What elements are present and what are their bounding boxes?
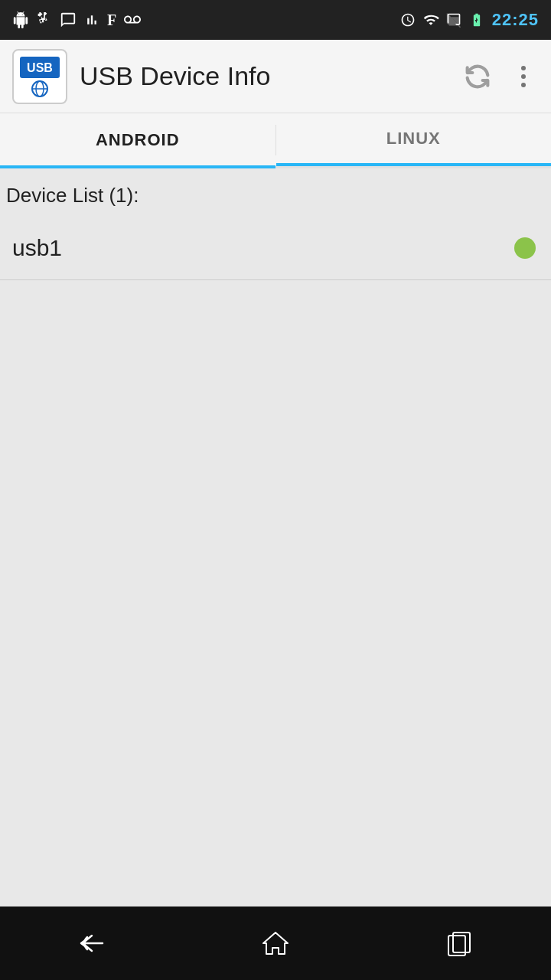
message-status-icon (60, 11, 77, 28)
nav-bar (0, 906, 551, 980)
font-status-icon: F (107, 11, 116, 29)
battery-status-icon (468, 12, 486, 28)
status-bar-left: F (12, 11, 141, 29)
tab-linux[interactable]: LINUX (276, 113, 552, 166)
app-bar-actions (459, 58, 539, 95)
device-list-header: Device List (1): (0, 168, 551, 217)
app-bar: USB USB Device Info (0, 40, 551, 113)
tab-android[interactable]: ANDROID (0, 113, 276, 166)
device-status-indicator (514, 237, 536, 259)
android-status-icon (12, 11, 29, 28)
tabs-container: ANDROID LINUX (0, 113, 551, 168)
more-options-button[interactable] (508, 58, 539, 95)
status-bar-right: 22:25 (400, 10, 539, 30)
status-time: 22:25 (492, 10, 539, 30)
back-button[interactable] (61, 920, 122, 966)
refresh-button[interactable] (459, 58, 496, 95)
three-dots-icon (521, 66, 526, 87)
alarm-status-icon (400, 12, 416, 28)
wifi-status-icon (422, 12, 440, 28)
stats-status-icon (84, 12, 99, 28)
app-logo: USB (12, 49, 67, 104)
voicemail-status-icon (124, 11, 141, 28)
usb-status-icon (37, 12, 52, 28)
content-area: Device List (1): usb1 (0, 168, 551, 906)
signal-status-icon (446, 12, 461, 28)
status-bar: F (0, 0, 551, 40)
device-list-item[interactable]: usb1 (0, 217, 551, 280)
svg-text:USB: USB (27, 61, 53, 74)
app-title: USB Device Info (80, 61, 459, 91)
home-button[interactable] (245, 920, 306, 966)
device-name: usb1 (12, 235, 62, 261)
recents-button[interactable] (429, 920, 490, 966)
